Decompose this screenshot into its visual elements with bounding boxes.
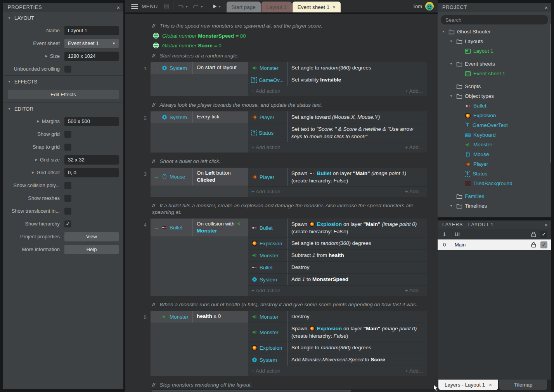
add-more-link[interactable]: + Add...: [405, 368, 423, 374]
tree-item-bullet[interactable]: Bullet: [438, 101, 551, 111]
add-more-link[interactable]: + Add...: [405, 189, 423, 194]
event-action[interactable]: TStatus Set text to "Score: " & Score & …: [248, 123, 427, 142]
layer-row-ui[interactable]: 1 UI ✓: [438, 229, 551, 239]
event-comment[interactable]: //Always look the player towards the mou…: [152, 102, 424, 108]
layer-visibility-checkbox[interactable]: ✓: [540, 231, 547, 238]
close-tab-icon[interactable]: ×: [332, 4, 336, 10]
play-icon[interactable]: [212, 4, 217, 9]
event-action[interactable]: Player Spawn Bullet on layer "Main" (ima…: [248, 168, 427, 187]
event-comment[interactable]: //Shoot a bullet on left click.: [152, 158, 424, 165]
add-more-link[interactable]: + Add...: [405, 88, 423, 94]
avatar[interactable]: [425, 2, 434, 10]
event-action[interactable]: Monster Set angle to random(360) degrees: [248, 62, 427, 74]
event-comment[interactable]: //If a bullet hits a monster, create an …: [152, 202, 424, 215]
edit-effects-button[interactable]: Edit Effects: [8, 90, 119, 99]
add-action-link[interactable]: + Add action: [251, 88, 280, 94]
property-checkbox[interactable]: ✓: [64, 220, 71, 227]
event-condition[interactable]: → System On start of layout: [151, 62, 248, 96]
event-comment[interactable]: //Start monsters at a random angle.: [152, 52, 424, 59]
tab-event-sheet-1[interactable]: Event sheet 1 ×: [293, 2, 341, 12]
tree-item-tiledbackground[interactable]: TiledBackground: [438, 179, 551, 188]
tab-layout-1[interactable]: Layout 1: [261, 2, 292, 12]
event-action[interactable]: System Add Monster.Movement.Speed to Sco…: [248, 354, 427, 366]
property-input[interactable]: Layout 1: [64, 26, 119, 35]
collapse-icon[interactable]: ▼: [448, 204, 454, 208]
collapse-icon[interactable]: ▼: [441, 30, 446, 33]
expander-icon[interactable]: ▶: [35, 158, 38, 161]
tree-item-layouts[interactable]: ▼Layouts: [438, 36, 551, 46]
global-variable[interactable]: Global number Score = 0: [153, 42, 438, 49]
tab-layers-layout-1[interactable]: Layers - Layout 1 ×: [438, 380, 498, 390]
tree-item-player[interactable]: Player: [438, 159, 551, 169]
property-checkbox[interactable]: [64, 131, 71, 138]
redo-dropdown-icon[interactable]: ▼: [201, 5, 203, 8]
tree-item-status[interactable]: TStatus: [438, 169, 551, 179]
add-more-link[interactable]: + Add...: [405, 288, 423, 293]
property-checkbox[interactable]: [64, 182, 71, 189]
event-action[interactable]: Monster Spawn Explosion on layer "Main" …: [248, 323, 427, 342]
collapse-icon[interactable]: ▼: [448, 62, 454, 66]
add-action-link[interactable]: + Add action: [251, 189, 280, 194]
event-action[interactable]: TGameOv... Set visibility Invisible: [248, 74, 427, 86]
property-input[interactable]: 0, 0: [64, 168, 119, 177]
layer-row-main[interactable]: 0 Main ✓: [438, 239, 551, 250]
property-input[interactable]: 500 x 500: [64, 117, 119, 126]
expander-icon[interactable]: ▶: [45, 54, 48, 58]
property-checkbox[interactable]: [64, 208, 71, 215]
event-action[interactable]: System Add 1 to MonsterSpeed: [248, 274, 427, 286]
close-tab-icon[interactable]: ×: [489, 382, 492, 388]
property-checkbox[interactable]: [64, 66, 71, 73]
property-checkbox[interactable]: [64, 195, 71, 202]
collapse-icon[interactable]: ▼: [448, 40, 454, 43]
horizontal-scrollbar[interactable]: [151, 389, 435, 392]
tree-item-scripts[interactable]: Scripts: [438, 82, 551, 91]
section-header-layout[interactable]: ▼LAYOUT: [3, 12, 123, 24]
view-button[interactable]: View: [64, 232, 119, 241]
tab-start-page[interactable]: Start page: [227, 2, 261, 12]
undo-icon[interactable]: [177, 3, 184, 9]
tree-item-families[interactable]: Families: [438, 191, 551, 201]
layer-visibility-checkbox[interactable]: ✓: [540, 241, 547, 248]
user-name[interactable]: Tom: [412, 3, 422, 9]
event-comment[interactable]: //This is the speed new monsters are spa…: [152, 23, 424, 29]
add-more-link[interactable]: + Add...: [405, 144, 423, 150]
help-button[interactable]: Help: [64, 245, 119, 254]
event-condition[interactable]: → Bullet On collision with Monster: [151, 219, 248, 296]
event-action[interactable]: Player Set angle toward (Mouse.X, Mouse.…: [248, 111, 427, 123]
collapse-icon[interactable]: ▼: [448, 94, 454, 98]
play-dropdown-icon[interactable]: ▼: [218, 5, 221, 8]
search-input[interactable]: [441, 15, 548, 24]
tree-item-gameovertext[interactable]: TGameOverText: [438, 120, 551, 130]
lock-icon[interactable]: [530, 241, 537, 248]
tree-item-mouse[interactable]: Mouse: [438, 149, 551, 159]
event-condition[interactable]: → System Every tick: [151, 111, 248, 153]
save-icon[interactable]: [163, 3, 170, 9]
tree-item-ghost-shooter[interactable]: ▼Ghost Shooter: [438, 27, 551, 36]
event-condition[interactable]: → Mouse On Left button Clicked: [151, 168, 248, 197]
property-input[interactable]: 32 x 32: [64, 155, 119, 165]
section-header-effects[interactable]: ▼EFFECTS: [3, 75, 123, 88]
tree-item-event-sheet-1[interactable]: Event sheet 1: [438, 69, 551, 78]
close-icon[interactable]: ×: [116, 4, 120, 11]
tree-item-keyboard[interactable]: Keyboard: [438, 130, 551, 140]
tree-item-monster[interactable]: Monster: [438, 140, 551, 149]
tree-item-timelines[interactable]: ▼Timelines: [438, 201, 551, 211]
menu-button[interactable]: MENU: [142, 3, 158, 9]
expander-icon[interactable]: ▶: [32, 171, 34, 174]
hamburger-menu-icon[interactable]: [131, 4, 138, 9]
event-action[interactable]: Monster Subtract 1 from health: [248, 250, 427, 262]
add-action-link[interactable]: + Add action: [251, 288, 280, 293]
tree-item-explosion[interactable]: Explosion: [438, 111, 551, 120]
event-comment[interactable]: //When a monster runs out of health (5 h…: [152, 301, 424, 308]
property-checkbox[interactable]: [64, 144, 71, 151]
tab-tilemap[interactable]: Tilemap: [499, 380, 547, 390]
event-action[interactable]: Bullet Destroy: [248, 262, 427, 274]
expander-icon[interactable]: ▶: [37, 120, 40, 123]
property-dropdown[interactable]: Event sheet 1▼: [64, 39, 119, 48]
tree-item-object-types[interactable]: ▼Object types: [438, 91, 551, 101]
redo-icon[interactable]: [192, 3, 199, 9]
property-input[interactable]: 1280 x 1024: [64, 52, 119, 61]
event-action[interactable]: Monster Destroy: [248, 311, 427, 323]
global-variable[interactable]: Global number MonsterSpeed = 80: [153, 33, 438, 39]
undo-dropdown-icon[interactable]: ▼: [185, 5, 188, 8]
